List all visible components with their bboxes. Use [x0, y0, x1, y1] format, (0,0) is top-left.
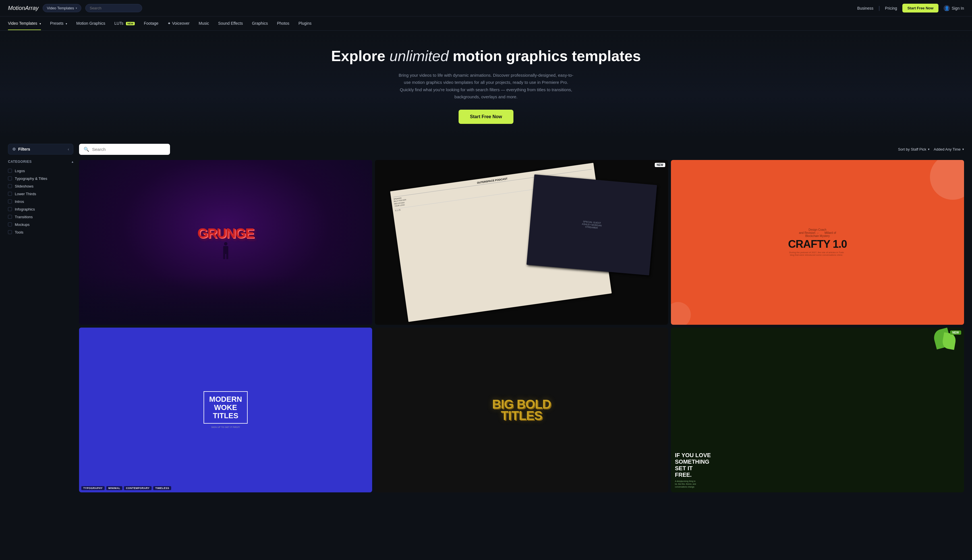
intros-checkbox[interactable] — [8, 200, 12, 203]
category-mockups[interactable]: Mockups — [8, 221, 73, 228]
collapse-icon: ‹ — [68, 147, 69, 152]
tools-label: Tools — [15, 230, 23, 234]
category-logos[interactable]: Logos — [8, 167, 73, 175]
hero-title-italic: unlimited — [389, 48, 449, 64]
content-search-bar[interactable]: 🔍 — [79, 144, 170, 155]
templates-grid: GRUNGE — [79, 160, 964, 492]
top-search-input[interactable] — [90, 6, 138, 10]
lower-thirds-label: Lower Thirds — [15, 192, 36, 196]
transitions-checkbox[interactable] — [8, 215, 12, 219]
sort-time-button[interactable]: Added Any Time ▾ — [934, 147, 964, 152]
transitions-label: Transitions — [15, 215, 33, 219]
category-intros[interactable]: Intros — [8, 198, 73, 205]
sign-in-button[interactable]: 👤 Sign In — [944, 5, 964, 12]
logo[interactable]: MotionArray — [8, 5, 38, 12]
luts-new-badge: NEW — [126, 22, 135, 25]
bold-title-line2: TITLES — [492, 410, 551, 422]
podcast-new-badge: NEW — [655, 163, 665, 167]
crafty-description: During the podcast of 2027, the role of … — [788, 251, 845, 256]
sort-staff-pick-button[interactable]: Sort by Staff Pick ▾ — [898, 147, 930, 152]
mockups-label: Mockups — [15, 222, 30, 227]
nav-motion-graphics[interactable]: Motion Graphics — [76, 21, 105, 26]
business-link[interactable]: Business — [857, 6, 873, 10]
hero-cta-button[interactable]: Start Free Now — [459, 110, 513, 124]
video-templates-pill[interactable]: Video Templates ▾ — [43, 4, 82, 12]
tag-timeless: TIMELESS — [153, 486, 171, 490]
grunge-title: GRUNGE — [197, 225, 254, 241]
start-free-button[interactable]: Start Free Now — [902, 4, 939, 13]
infographics-checkbox[interactable] — [8, 207, 12, 211]
nav-luts[interactable]: LUTs NEW — [114, 21, 135, 26]
filter-icon: ⚙ — [12, 147, 16, 152]
sign-in-label: Sign In — [952, 6, 964, 10]
category-typography-titles[interactable]: Typography & Titles — [8, 175, 73, 182]
hero-section: Explore unlimited motion graphics templa… — [0, 31, 972, 138]
top-navigation: MotionArray Video Templates ▾ Business |… — [0, 0, 972, 17]
bold-title-line1: BIG BOLD — [492, 398, 551, 410]
intros-label: Intros — [15, 200, 24, 204]
sort-controls: Sort by Staff Pick ▾ Added Any Time ▾ — [898, 147, 964, 152]
card-big-bold[interactable]: BIG BOLD TITLES — [375, 328, 668, 492]
card-modern-woke[interactable]: MODERNWOKETITLES SIGN UP TO GET IT FIRST… — [79, 328, 372, 492]
card-crafty[interactable]: Design Coachand Revision → Millard ofBlo… — [671, 160, 964, 325]
card-grunge[interactable]: GRUNGE — [79, 160, 372, 325]
nav-sound-effects[interactable]: Sound Effects — [218, 21, 243, 26]
filters-label: Filters — [18, 147, 30, 152]
nav-graphics[interactable]: Graphics — [252, 21, 268, 26]
typography-titles-label: Typography & Titles — [15, 177, 47, 181]
content-search-input[interactable] — [92, 147, 149, 152]
card-podcast[interactable]: NEW OUTERSPACE PODCAST SPEAKER BILLY FIS… — [375, 160, 668, 325]
nav-presets[interactable]: Presets ▾ — [50, 21, 67, 26]
typography-titles-checkbox[interactable] — [8, 177, 12, 180]
sort-time-label: Added Any Time — [934, 147, 960, 152]
category-lower-thirds[interactable]: Lower Thirds — [8, 190, 73, 198]
content-area: ⚙ Filters ‹ Categories ▴ Logos Typograph… — [0, 138, 972, 498]
top-search-box[interactable] — [85, 4, 142, 12]
hero-title-part2: motion graphics templates — [449, 48, 641, 64]
search-filters-bar: 🔍 Sort by Staff Pick ▾ Added Any Time ▾ — [79, 144, 964, 155]
modern-title-text: MODERNWOKETITLES — [209, 395, 242, 420]
pricing-link[interactable]: Pricing — [885, 6, 897, 10]
modern-subtitle-text: SIGN UP TO GET IT FIRST! — [211, 426, 240, 428]
tag-minimal: MINIMAL — [106, 486, 122, 490]
hero-title: Explore unlimited motion graphics templa… — [6, 48, 966, 65]
green-fine-print: A deeplycolong thing tobe. But this. the… — [675, 480, 711, 488]
tools-checkbox[interactable] — [8, 230, 12, 234]
nav-voiceover[interactable]: ✦ Voiceover — [167, 21, 189, 26]
category-infographics[interactable]: Infographics — [8, 205, 73, 213]
top-nav-right: Business | Pricing Start Free Now 👤 Sign… — [857, 4, 964, 13]
tag-typography: TYPOGRAPHY — [81, 486, 105, 490]
chevron-down-icon: ▾ — [76, 7, 77, 10]
crafty-main-title: CRAFTY 1.0 — [788, 239, 847, 250]
tag-contemporary: CONTEMPORARY — [124, 486, 152, 490]
top-nav-left: MotionArray Video Templates ▾ — [8, 4, 142, 12]
category-slideshows[interactable]: Slideshows — [8, 182, 73, 190]
mockups-checkbox[interactable] — [8, 222, 12, 227]
category-tools[interactable]: Tools — [8, 228, 73, 236]
nav-music[interactable]: Music — [199, 21, 209, 26]
filters-header[interactable]: ⚙ Filters ‹ — [8, 144, 73, 155]
nav-plugins[interactable]: Plugins — [299, 21, 312, 26]
nav-footage[interactable]: Footage — [144, 21, 159, 26]
user-icon: 👤 — [944, 5, 950, 12]
logos-label: Logos — [15, 169, 25, 173]
green-title-text: IF YOU LOVESOMETHINGSET ITFREE. — [675, 452, 711, 478]
nav-divider: | — [878, 5, 880, 11]
categories-collapse-icon[interactable]: ▴ — [72, 160, 73, 163]
filters-header-left: ⚙ Filters — [12, 147, 30, 152]
category-transitions[interactable]: Transitions — [8, 213, 73, 221]
podcast-dark-panel: SPECIAL GUESTASHLEY MORGANSTREAMER — [582, 220, 602, 230]
sort-chevron-icon: ▾ — [928, 147, 930, 151]
nav-video-templates[interactable]: Video Templates ▾ — [8, 21, 41, 26]
nav-photos[interactable]: Photos — [277, 21, 289, 26]
lower-thirds-checkbox[interactable] — [8, 192, 12, 196]
hero-title-part1: Explore — [331, 48, 389, 64]
slideshows-checkbox[interactable] — [8, 184, 12, 188]
modern-tags: TYPOGRAPHY MINIMAL CONTEMPORARY TIMELESS — [79, 484, 372, 492]
card-green-free[interactable]: NEW IF YOU LOVESOMETHINGSET ITFREE. A de… — [671, 328, 964, 492]
logos-checkbox[interactable] — [8, 169, 12, 173]
logo-italic: Array — [25, 5, 38, 11]
hero-description: Bring your videos to life with dynamic a… — [398, 72, 574, 101]
slideshows-label: Slideshows — [15, 184, 33, 188]
video-templates-pill-label: Video Templates — [47, 6, 74, 10]
